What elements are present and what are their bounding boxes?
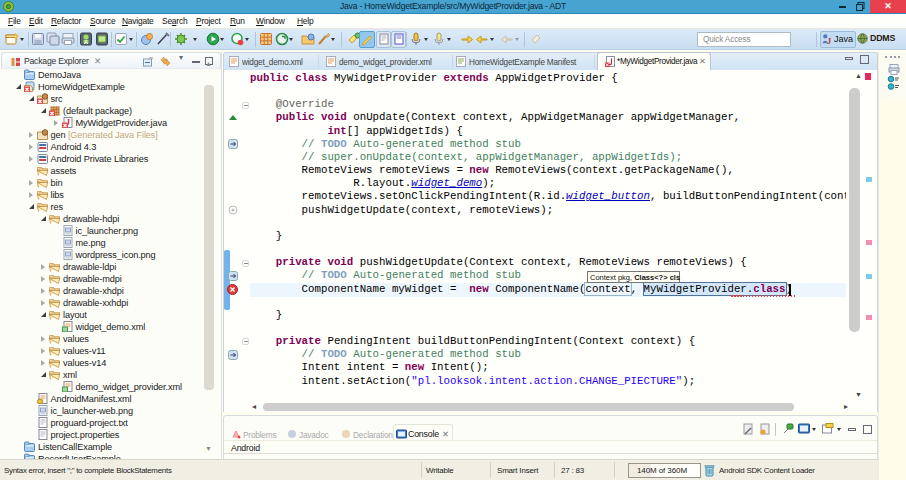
- svg-text:J: J: [827, 36, 832, 45]
